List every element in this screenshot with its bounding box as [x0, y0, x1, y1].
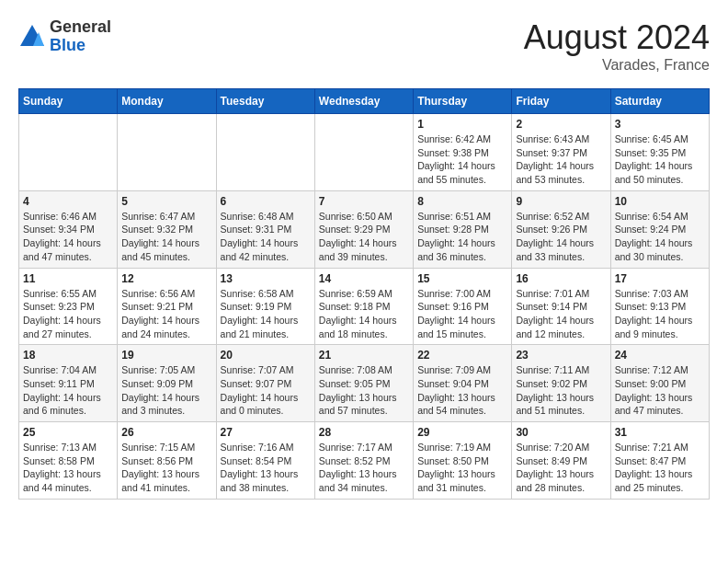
day-number: 17 — [615, 272, 705, 285]
header-day-thursday: Thursday — [414, 89, 512, 114]
calendar-cell: 21Sunrise: 7:08 AM Sunset: 9:05 PM Dayli… — [314, 345, 413, 422]
calendar-cell: 15Sunrise: 7:00 AM Sunset: 9:16 PM Dayli… — [414, 268, 512, 345]
day-number: 26 — [121, 426, 211, 439]
header-day-wednesday: Wednesday — [314, 89, 413, 114]
calendar-cell: 23Sunrise: 7:11 AM Sunset: 9:02 PM Dayli… — [512, 345, 610, 422]
day-info: Sunrise: 7:00 AM Sunset: 9:16 PM Dayligh… — [417, 287, 507, 341]
calendar-body: 1Sunrise: 6:42 AM Sunset: 9:38 PM Daylig… — [19, 114, 710, 500]
day-number: 5 — [121, 195, 211, 208]
day-number: 24 — [615, 349, 705, 362]
calendar-table: SundayMondayTuesdayWednesdayThursdayFrid… — [18, 88, 710, 500]
calendar-cell: 6Sunrise: 6:48 AM Sunset: 9:31 PM Daylig… — [216, 190, 314, 268]
day-number: 22 — [417, 349, 507, 362]
day-number: 3 — [615, 118, 705, 131]
day-info: Sunrise: 7:04 AM Sunset: 9:11 PM Dayligh… — [23, 363, 113, 418]
calendar-cell: 2Sunrise: 6:43 AM Sunset: 9:37 PM Daylig… — [512, 114, 610, 191]
day-number: 23 — [516, 349, 606, 362]
day-info: Sunrise: 6:54 AM Sunset: 9:24 PM Dayligh… — [615, 210, 705, 264]
header-day-friday: Friday — [512, 89, 610, 114]
header-day-monday: Monday — [118, 89, 216, 114]
day-info: Sunrise: 7:21 AM Sunset: 8:47 PM Dayligh… — [615, 441, 705, 495]
logo-blue: Blue — [50, 37, 111, 55]
logo: General Blue — [18, 18, 111, 55]
day-info: Sunrise: 6:45 AM Sunset: 9:35 PM Dayligh… — [615, 132, 705, 187]
week-row-3: 11Sunrise: 6:55 AM Sunset: 9:23 PM Dayli… — [19, 268, 710, 345]
day-info: Sunrise: 6:46 AM Sunset: 9:34 PM Dayligh… — [23, 210, 113, 264]
calendar-cell: 10Sunrise: 6:54 AM Sunset: 9:24 PM Dayli… — [610, 190, 709, 268]
calendar-cell: 9Sunrise: 6:52 AM Sunset: 9:26 PM Daylig… — [512, 190, 610, 268]
day-number: 13 — [221, 272, 311, 285]
day-number: 19 — [121, 349, 211, 362]
day-info: Sunrise: 7:15 AM Sunset: 8:56 PM Dayligh… — [121, 441, 211, 495]
day-number: 8 — [417, 195, 507, 208]
calendar-header: SundayMondayTuesdayWednesdayThursdayFrid… — [19, 89, 710, 114]
day-info: Sunrise: 7:12 AM Sunset: 9:00 PM Dayligh… — [615, 363, 705, 418]
day-number: 7 — [319, 195, 409, 208]
day-info: Sunrise: 7:05 AM Sunset: 9:09 PM Dayligh… — [121, 363, 211, 418]
header-day-tuesday: Tuesday — [216, 89, 314, 114]
calendar-cell: 1Sunrise: 6:42 AM Sunset: 9:38 PM Daylig… — [414, 114, 512, 191]
calendar-cell: 8Sunrise: 6:51 AM Sunset: 9:28 PM Daylig… — [414, 190, 512, 268]
calendar-cell: 7Sunrise: 6:50 AM Sunset: 9:29 PM Daylig… — [314, 190, 413, 268]
day-info: Sunrise: 6:56 AM Sunset: 9:21 PM Dayligh… — [121, 287, 211, 341]
day-number: 1 — [417, 118, 507, 131]
week-row-5: 25Sunrise: 7:13 AM Sunset: 8:58 PM Dayli… — [19, 422, 710, 500]
day-number: 16 — [516, 272, 606, 285]
week-row-1: 1Sunrise: 6:42 AM Sunset: 9:38 PM Daylig… — [19, 114, 710, 191]
day-info: Sunrise: 7:13 AM Sunset: 8:58 PM Dayligh… — [23, 441, 113, 495]
calendar-cell: 28Sunrise: 7:17 AM Sunset: 8:52 PM Dayli… — [314, 422, 413, 500]
calendar-cell: 27Sunrise: 7:16 AM Sunset: 8:54 PM Dayli… — [216, 422, 314, 500]
calendar-cell — [118, 114, 216, 191]
day-info: Sunrise: 6:43 AM Sunset: 9:37 PM Dayligh… — [516, 132, 606, 187]
day-info: Sunrise: 7:03 AM Sunset: 9:13 PM Dayligh… — [615, 287, 705, 341]
day-info: Sunrise: 6:59 AM Sunset: 9:18 PM Dayligh… — [319, 287, 409, 341]
calendar-cell: 16Sunrise: 7:01 AM Sunset: 9:14 PM Dayli… — [512, 268, 610, 345]
calendar-cell — [216, 114, 314, 191]
day-info: Sunrise: 7:19 AM Sunset: 8:50 PM Dayligh… — [417, 441, 507, 495]
day-number: 27 — [221, 426, 311, 439]
calendar-cell: 22Sunrise: 7:09 AM Sunset: 9:04 PM Dayli… — [414, 345, 512, 422]
day-number: 31 — [615, 426, 705, 439]
calendar-cell — [19, 114, 118, 191]
calendar-cell: 30Sunrise: 7:20 AM Sunset: 8:49 PM Dayli… — [512, 422, 610, 500]
calendar-location: Varades, France — [524, 57, 710, 74]
calendar-cell: 3Sunrise: 6:45 AM Sunset: 9:35 PM Daylig… — [610, 114, 709, 191]
day-number: 25 — [23, 426, 113, 439]
day-number: 14 — [319, 272, 409, 285]
calendar-cell: 19Sunrise: 7:05 AM Sunset: 9:09 PM Dayli… — [118, 345, 216, 422]
calendar-title: August 2024 — [524, 18, 710, 57]
day-number: 10 — [615, 195, 705, 208]
day-number: 30 — [516, 426, 606, 439]
day-info: Sunrise: 6:48 AM Sunset: 9:31 PM Dayligh… — [221, 210, 311, 264]
day-info: Sunrise: 7:20 AM Sunset: 8:49 PM Dayligh… — [516, 441, 606, 495]
header-day-sunday: Sunday — [19, 89, 118, 114]
day-info: Sunrise: 6:58 AM Sunset: 9:19 PM Dayligh… — [221, 287, 311, 341]
day-info: Sunrise: 7:01 AM Sunset: 9:14 PM Dayligh… — [516, 287, 606, 341]
calendar-cell — [314, 114, 413, 191]
calendar-cell: 12Sunrise: 6:56 AM Sunset: 9:21 PM Dayli… — [118, 268, 216, 345]
day-number: 29 — [417, 426, 507, 439]
day-number: 28 — [319, 426, 409, 439]
day-info: Sunrise: 6:47 AM Sunset: 9:32 PM Dayligh… — [121, 210, 211, 264]
day-number: 6 — [221, 195, 311, 208]
day-info: Sunrise: 7:08 AM Sunset: 9:05 PM Dayligh… — [319, 363, 409, 418]
title-block: August 2024 Varades, France — [524, 18, 710, 74]
day-info: Sunrise: 6:50 AM Sunset: 9:29 PM Dayligh… — [319, 210, 409, 264]
day-info: Sunrise: 6:51 AM Sunset: 9:28 PM Dayligh… — [417, 210, 507, 264]
day-number: 18 — [23, 349, 113, 362]
calendar-cell: 25Sunrise: 7:13 AM Sunset: 8:58 PM Dayli… — [19, 422, 118, 500]
day-number: 20 — [221, 349, 311, 362]
logo-icon — [18, 23, 46, 51]
day-number: 12 — [121, 272, 211, 285]
calendar-cell: 18Sunrise: 7:04 AM Sunset: 9:11 PM Dayli… — [19, 345, 118, 422]
day-info: Sunrise: 6:52 AM Sunset: 9:26 PM Dayligh… — [516, 210, 606, 264]
day-number: 21 — [319, 349, 409, 362]
calendar-cell: 14Sunrise: 6:59 AM Sunset: 9:18 PM Dayli… — [314, 268, 413, 345]
week-row-4: 18Sunrise: 7:04 AM Sunset: 9:11 PM Dayli… — [19, 345, 710, 422]
day-number: 2 — [516, 118, 606, 131]
day-info: Sunrise: 6:55 AM Sunset: 9:23 PM Dayligh… — [23, 287, 113, 341]
header-row: SundayMondayTuesdayWednesdayThursdayFrid… — [19, 89, 710, 114]
day-number: 11 — [23, 272, 113, 285]
calendar-cell: 26Sunrise: 7:15 AM Sunset: 8:56 PM Dayli… — [118, 422, 216, 500]
day-number: 4 — [23, 195, 113, 208]
